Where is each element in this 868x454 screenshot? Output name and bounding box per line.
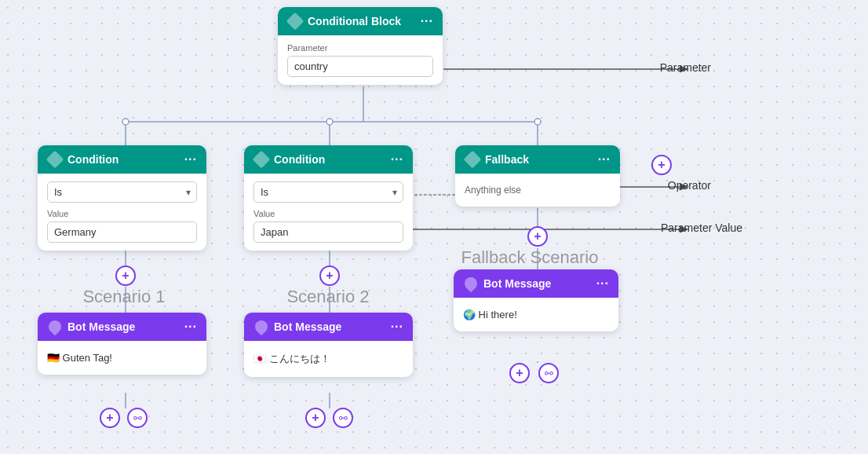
condition1-menu[interactable]: ··· [184,152,197,167]
parameter-arrow-label: Parameter [660,61,711,74]
bot1-header: Bot Message ··· [38,313,206,341]
scenario1-add-button[interactable]: + [115,265,136,286]
bot3-bottom-add[interactable]: + [509,363,530,383]
bot3-body: 🌍 Hi there! [454,298,618,331]
condition1-icon [47,152,63,167]
conditional-block-menu[interactable]: ··· [421,14,433,28]
condition1-body: Is Value [38,174,206,251]
bot2-card: Bot Message ··· 🇯🇵 こんにちは！ [244,313,413,377]
bot2-title: Bot Message [274,320,386,333]
parameter-input[interactable] [287,56,433,77]
fallback-menu[interactable]: ··· [598,152,611,167]
bot3-header: Bot Message ··· [454,269,618,298]
bot3-title: Bot Message [483,277,592,290]
fallback-card: Fallback ··· Anything else [455,145,620,207]
condition2-menu[interactable]: ··· [391,152,403,167]
fallback-add-button[interactable]: + [527,226,548,247]
add-condition-button[interactable]: + [651,155,672,175]
conditional-block-body: Parameter [278,35,443,85]
bot2-header: Bot Message ··· [244,313,413,341]
svg-point-3 [122,119,129,125]
bot1-icon [47,319,63,335]
condition1-card: Condition ··· Is Value [38,145,206,251]
anything-else-label: Anything else [465,185,611,196]
condition1-title: Condition [67,153,180,166]
bot2-body: 🇯🇵 こんにちは！ [244,341,413,377]
scenario1-label: Scenario 1 [53,287,195,307]
scenario2-add-button[interactable]: + [319,265,340,286]
fallback-title: Fallback [485,153,593,166]
bot2-message: 🇯🇵 こんにちは！ [253,349,403,369]
conditional-block-header: Conditional Block ··· [278,7,443,35]
bot2-icon [253,319,269,335]
condition2-card: Condition ··· Is Value [244,145,413,251]
bot3-icon [463,276,479,291]
bot3-message: 🌍 Hi there! [463,306,609,324]
bot1-menu[interactable]: ··· [184,320,197,334]
condition2-value-input[interactable] [253,222,403,243]
condition2-icon [253,152,269,167]
fallback-body: Anything else [455,174,620,207]
condition1-operator-select[interactable]: Is [47,181,197,203]
bot2-bottom-link[interactable]: ⚯ [333,408,353,428]
conditional-block-icon [287,13,303,29]
bot2-menu[interactable]: ··· [391,320,403,334]
bot3-menu[interactable]: ··· [596,276,609,291]
svg-point-4 [326,119,333,125]
bot1-body: 🇩🇪 Guten Tag! [38,341,206,375]
parameter-label: Parameter [287,43,433,53]
condition2-title: Condition [274,153,386,166]
condition1-value-input[interactable] [47,222,197,243]
condition2-body: Is Value [244,174,413,251]
bot1-card: Bot Message ··· 🇩🇪 Guten Tag! [38,313,206,375]
bot3-card: Bot Message ··· 🌍 Hi there! [454,269,618,331]
operator-arrow-label: Operator [668,179,711,192]
fallback-icon [465,152,480,167]
condition2-header: Condition ··· [244,145,413,174]
bot2-bottom-add[interactable]: + [305,408,326,428]
condition2-value-label: Value [253,209,403,218]
bot1-title: Bot Message [67,320,180,333]
conditional-block-title: Conditional Block [308,15,416,27]
condition2-operator-select[interactable]: Is [253,181,403,203]
bot1-bottom-link[interactable]: ⚯ [127,408,148,428]
conditional-block-card: Conditional Block ··· Parameter [278,7,443,85]
fallback-scenario-label: Fallback Scenario [443,247,616,268]
bot1-message: 🇩🇪 Guten Tag! [47,349,197,367]
scenario2-label: Scenario 2 [257,287,399,307]
fallback-header: Fallback ··· [455,145,620,174]
condition1-header: Condition ··· [38,145,206,174]
bot3-bottom-link[interactable]: ⚯ [538,363,559,383]
parameter-value-arrow-label: Parameter Value [661,222,742,234]
bot1-bottom-add[interactable]: + [100,408,120,428]
svg-point-5 [534,119,541,125]
condition1-value-label: Value [47,209,197,218]
